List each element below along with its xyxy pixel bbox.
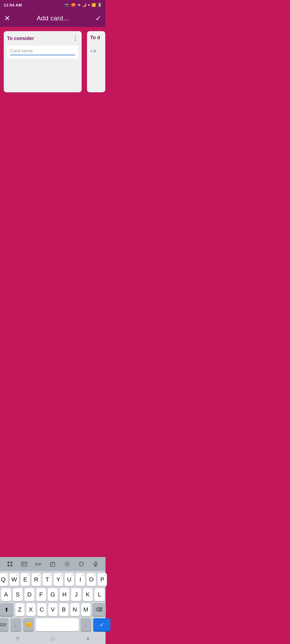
camera-icon: 📷 [65, 3, 69, 7]
card-name-input[interactable] [10, 48, 75, 54]
bluetooth-icon: ❄ [78, 3, 81, 7]
partial-add-button[interactable]: + A [90, 49, 102, 53]
card-header: To consider ⋮ [7, 35, 78, 42]
input-underline [10, 55, 75, 55]
partial-card-title: To d [90, 35, 102, 41]
board-card-partial: To d + A [87, 31, 105, 92]
moon-icon: 🌙 [82, 3, 86, 7]
card-title: To consider [7, 36, 34, 41]
close-button[interactable]: ✕ [4, 15, 10, 22]
key-icon: 🔑 [71, 3, 76, 7]
battery-icon: 🔋 [97, 3, 102, 7]
app-bar: ✕ Add card... ✓ [0, 10, 106, 27]
card-input-wrapper[interactable] [7, 46, 78, 58]
wifi-icon: 📶 [92, 3, 96, 7]
pink-background [0, 97, 106, 134]
confirm-button[interactable]: ✓ [95, 15, 101, 22]
status-bar: 11:54 AM 📷 🔑 ❄ 🌙 ▾ 📶 🔋 [0, 0, 106, 10]
status-icons: 📷 🔑 ❄ 🌙 ▾ 📶 🔋 [65, 3, 102, 7]
card-menu-button[interactable]: ⋮ [73, 35, 78, 42]
status-time: 11:54 AM [4, 3, 22, 7]
board-card-to-consider: To consider ⋮ [4, 31, 82, 92]
page-title: Add card... [37, 14, 69, 22]
signal-icon: ▾ [88, 3, 90, 7]
